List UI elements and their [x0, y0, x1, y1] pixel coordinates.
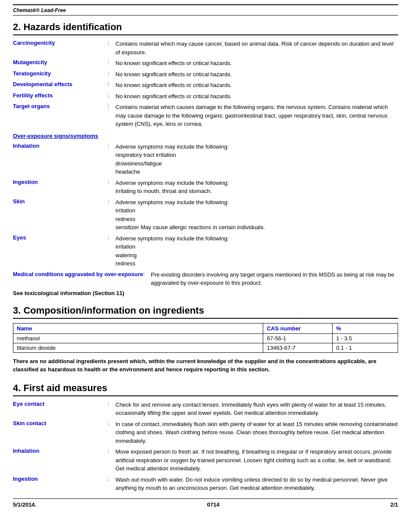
inhalation-firstaid-content: Move exposed person to fresh air. If not…: [115, 448, 398, 473]
eyes-symptoms-label: Eyes: [13, 234, 108, 241]
eye-contact-label: Eye contact: [13, 401, 108, 407]
ingestion-symptoms-label: Ingestion: [13, 179, 108, 185]
hazard-row-carcinogenicity: Carcinogenicity : Contains material whic…: [13, 40, 398, 56]
section2: 2. Hazards identification Carcinogenicit…: [13, 19, 398, 296]
ingestion-firstaid-label: Ingestion: [13, 476, 108, 482]
ingredient-pct: 0.1 - 1: [333, 343, 398, 352]
over-exposure-link[interactable]: Over-exposure signs/symptoms: [13, 133, 398, 139]
ingredient-name: titanium dioxide: [13, 343, 263, 352]
hazard-row-teratogenicity: Teratogenicity : No known significant ef…: [13, 70, 398, 79]
col-header-cas: CAS number: [263, 323, 333, 333]
symptom-row-skin: Skin : Adverse symptoms may include the …: [13, 198, 398, 232]
symptom-row-ingestion: Ingestion : Adverse symptoms may include…: [13, 179, 398, 196]
section3-title: 3. Composition/information on ingredient…: [13, 302, 398, 319]
ingredient-cas: 13463-67-7: [263, 343, 333, 352]
skin-contact-label: Skin contact: [13, 420, 108, 426]
table-row: methanol67-56-11 - 3.5: [13, 333, 398, 343]
ingestion-firstaid-content: Wash out mouth with water. Do not induce…: [115, 476, 398, 492]
developmental-label: Developmental effects: [13, 81, 108, 87]
eye-contact-content: Check for and remove any contact lenses.…: [115, 401, 398, 417]
medical-conditions-content: Pre-existing disorders involving any tar…: [151, 271, 398, 287]
ingredient-cas: 67-56-1: [263, 333, 333, 343]
developmental-content: No known significant effects or critical…: [115, 81, 398, 90]
footer-code: 0714: [207, 501, 220, 508]
section3: 3. Composition/information on ingredient…: [13, 302, 398, 374]
see-tox: See toxicological information (Section 1…: [13, 290, 398, 296]
first-aid-inhalation: Inhalation : Move exposed person to fres…: [13, 448, 398, 473]
mutagenicity-content: No known significant effects or critical…: [115, 59, 398, 68]
hazard-row-fertility: Fertility effects : No known significant…: [13, 92, 398, 101]
ingredients-table: Name CAS number % methanol67-56-11 - 3.5…: [13, 323, 398, 353]
header-bar: Chemask® Lead-Free: [13, 4, 398, 16]
skin-symptoms-content: Adverse symptoms may include the followi…: [115, 198, 398, 232]
first-aid-eye-contact: Eye contact : Check for and remove any c…: [13, 401, 398, 417]
symptom-row-medical: Medical conditions aggravated by over-ex…: [13, 271, 398, 287]
col-header-pct: %: [333, 323, 398, 333]
inhalation-label: Inhalation: [13, 143, 108, 149]
inhalation-content: Adverse symptoms may include the followi…: [115, 143, 398, 176]
symptom-row-inhalation: Inhalation : Adverse symptoms may includ…: [13, 143, 398, 176]
footer-date: 5/1/2014.: [13, 501, 36, 508]
eyes-symptoms-content: Adverse symptoms may include the followi…: [115, 234, 398, 268]
first-aid-ingestion: Ingestion : Wash out mouth with water. D…: [13, 476, 398, 492]
ingredient-name: methanol: [13, 333, 263, 343]
medical-conditions-label: Medical conditions aggravated by over-ex…: [13, 271, 143, 278]
col-header-name: Name: [13, 323, 263, 333]
page: Chemask® Lead-Free 2. Hazards identifica…: [0, 0, 411, 532]
carcinogenicity-label: Carcinogenicity: [13, 40, 108, 46]
hazard-row-target-organs: Target organs : Contains material which …: [13, 103, 398, 128]
footer: 5/1/2014. 0714 2/1: [13, 498, 398, 508]
table-row: titanium dioxide13463-67-70.1 - 1: [13, 343, 398, 352]
footer-page: 2/1: [390, 501, 398, 508]
section4: 4. First aid measures Eye contact : Chec…: [13, 380, 398, 492]
fertility-label: Fertility effects: [13, 92, 108, 99]
hazard-row-developmental: Developmental effects : No known signifi…: [13, 81, 398, 90]
no-additional-note: There are no additional ingredients pres…: [13, 357, 398, 374]
ingestion-symptoms-content: Adverse symptoms may include the followi…: [115, 179, 398, 196]
product-name: Chemask® Lead-Free: [13, 7, 66, 13]
teratogenicity-content: No known significant effects or critical…: [115, 70, 398, 79]
skin-symptoms-label: Skin: [13, 198, 108, 205]
symptom-row-eyes: Eyes : Adverse symptoms may include the …: [13, 234, 398, 268]
target-organs-content: Contains material which causes damage to…: [115, 103, 398, 128]
fertility-content: No known significant effects or critical…: [115, 92, 398, 101]
ingredient-pct: 1 - 3.5: [333, 333, 398, 343]
section4-title: 4. First aid measures: [13, 380, 398, 396]
carcinogenicity-content: Contains material which may cause cancer…: [115, 40, 398, 56]
skin-contact-content: In case of contact, immediately flush sk…: [115, 420, 398, 445]
target-organs-label: Target organs: [13, 103, 108, 109]
teratogenicity-label: Teratogenicity: [13, 70, 108, 77]
hazard-row-mutagenicity: Mutagenicity : No known significant effe…: [13, 59, 398, 68]
inhalation-firstaid-label: Inhalation: [13, 448, 108, 454]
mutagenicity-label: Mutagenicity: [13, 59, 108, 65]
first-aid-skin-contact: Skin contact : In case of contact, immed…: [13, 420, 398, 445]
section2-title: 2. Hazards identification: [13, 19, 398, 35]
